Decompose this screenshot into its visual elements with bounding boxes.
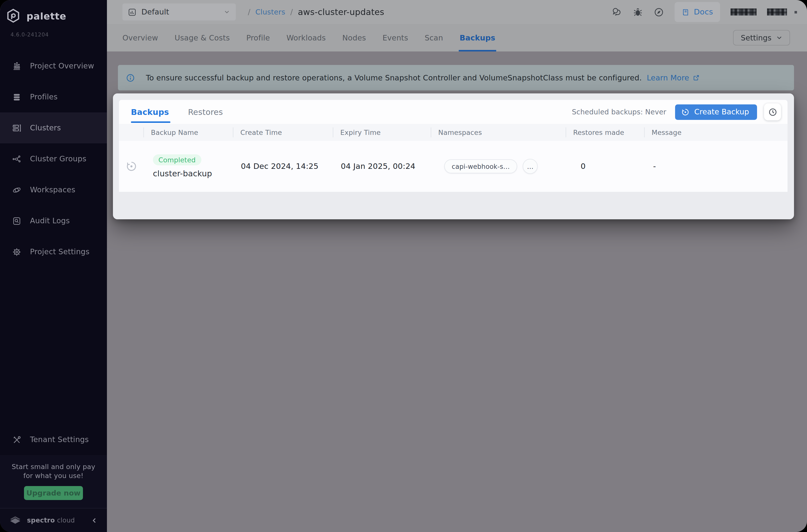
sidebar-item-cluster-groups[interactable]: Cluster Groups bbox=[0, 144, 107, 174]
breadcrumb-link-clusters[interactable]: Clusters bbox=[255, 8, 285, 16]
spectro-logo-icon bbox=[8, 514, 22, 527]
gear-icon bbox=[12, 247, 21, 256]
tab-overview[interactable]: Overview bbox=[123, 34, 158, 52]
promo-line2: for what you use! bbox=[7, 471, 100, 480]
user-menu[interactable] bbox=[731, 8, 797, 16]
brand-logo: palette bbox=[0, 0, 107, 23]
cluster-tab-bar: Overview Usage & Costs Profile Workloads… bbox=[107, 24, 807, 52]
footer-brand: spectro cloud bbox=[27, 516, 75, 524]
sidebar-item-tenant-settings[interactable]: Tenant Settings bbox=[0, 424, 107, 455]
message-cell: - bbox=[644, 162, 788, 171]
chevron-down-icon bbox=[776, 35, 783, 41]
sidebar-item-label: Cluster Groups bbox=[30, 154, 87, 163]
info-icon bbox=[126, 73, 135, 82]
create-time-cell: 04 Dec 2024, 14:25 bbox=[233, 162, 333, 171]
upgrade-promo: Start small and only pay for what you us… bbox=[0, 455, 107, 508]
chart-select-icon bbox=[128, 8, 136, 16]
tab-backups[interactable]: Backups bbox=[459, 34, 495, 52]
tab-events[interactable]: Events bbox=[382, 34, 408, 52]
sidebar-item-workspaces[interactable]: Workspaces bbox=[0, 174, 107, 205]
redacted-username bbox=[767, 8, 787, 16]
cluster-settings-button[interactable]: Settings bbox=[733, 30, 790, 45]
content-area: To ensure successful backup and restore … bbox=[107, 52, 807, 532]
tab-profile[interactable]: Profile bbox=[246, 34, 270, 52]
namespace-chip: capi-webhook-s… bbox=[444, 159, 517, 173]
chat-icon[interactable] bbox=[612, 7, 622, 17]
namespaces-more-chip[interactable]: … bbox=[523, 159, 538, 174]
clock-icon bbox=[768, 107, 777, 117]
column-header-empty bbox=[119, 124, 144, 141]
audit-icon bbox=[12, 216, 21, 226]
settings-label: Settings bbox=[741, 33, 771, 42]
bar-chart-icon bbox=[12, 61, 21, 71]
sidebar-item-project-settings[interactable]: Project Settings bbox=[0, 236, 107, 267]
backup-name-cell: Completed cluster-backup bbox=[144, 154, 233, 178]
learn-more-link[interactable]: Learn More bbox=[647, 73, 689, 82]
table-row[interactable]: Completed cluster-backup 04 Dec 2024, 14… bbox=[119, 141, 788, 192]
column-header-expiry-time: Expiry Time bbox=[333, 124, 431, 141]
tab-nodes[interactable]: Nodes bbox=[342, 34, 366, 52]
servers-icon bbox=[12, 123, 21, 133]
external-link-icon[interactable] bbox=[693, 74, 700, 81]
backups-panel: Backups Restores Scheduled backups: Neve… bbox=[119, 100, 788, 192]
schedule-backup-button[interactable] bbox=[764, 103, 781, 120]
sidebar-item-label: Project Overview bbox=[30, 61, 94, 71]
collapse-sidebar-icon[interactable] bbox=[91, 516, 98, 524]
sidebar-item-profiles[interactable]: Profiles bbox=[0, 81, 107, 112]
sidebar-item-audit-logs[interactable]: Audit Logs bbox=[0, 205, 107, 236]
footer-brand-light: cloud bbox=[57, 516, 75, 524]
backup-name: cluster-backup bbox=[153, 169, 212, 178]
namespaces-cell: capi-webhook-s… … bbox=[431, 159, 566, 174]
sidebar-bottom: Tenant Settings Start small and only pay… bbox=[0, 424, 107, 532]
create-backup-button[interactable]: Create Backup bbox=[675, 104, 757, 120]
history-icon bbox=[681, 108, 690, 116]
breadcrumb-separator: / bbox=[290, 7, 293, 17]
sidebar-item-project-overview[interactable]: Project Overview bbox=[0, 51, 107, 81]
tab-restores-inner[interactable]: Restores bbox=[188, 100, 223, 124]
sidebar-item-label: Profiles bbox=[30, 92, 58, 101]
version-label: 4.6.0-241204 bbox=[0, 23, 107, 37]
sidebar: palette 4.6.0-241204 Project Overview Pr… bbox=[0, 0, 107, 532]
column-header-message: Message bbox=[644, 124, 788, 141]
bug-icon[interactable] bbox=[632, 7, 643, 17]
footer-brand-bold: spectro bbox=[27, 516, 55, 524]
breadcrumb-separator: / bbox=[248, 7, 250, 17]
backup-history-icon bbox=[119, 160, 144, 172]
sidebar-item-label: Clusters bbox=[30, 124, 61, 132]
compass-icon[interactable] bbox=[653, 7, 664, 17]
create-backup-label: Create Backup bbox=[694, 108, 749, 116]
expiry-time-cell: 04 Jan 2025, 00:24 bbox=[333, 162, 431, 171]
backups-card: Backups Restores Scheduled backups: Neve… bbox=[113, 93, 794, 219]
restores-made-cell: 0 bbox=[566, 162, 644, 171]
backups-table-header: Backup Name Create Time Expiry Time Name… bbox=[119, 124, 788, 141]
tab-usage-costs[interactable]: Usage & Costs bbox=[175, 34, 230, 52]
top-bar: Default / Clusters / aws-cluster-updates bbox=[107, 0, 807, 24]
chevron-down-icon bbox=[223, 8, 230, 16]
sidebar-item-label: Workspaces bbox=[30, 185, 75, 194]
breadcrumb: / Clusters / aws-cluster-updates bbox=[248, 7, 384, 17]
layers-icon bbox=[12, 92, 21, 102]
project-selector-value: Default bbox=[142, 7, 169, 17]
banner-message: To ensure successful backup and restore … bbox=[146, 73, 642, 82]
user-menu-caret bbox=[794, 11, 797, 13]
column-header-namespaces: Namespaces bbox=[431, 124, 566, 141]
sidebar-item-label: Tenant Settings bbox=[30, 435, 89, 444]
upgrade-now-button[interactable]: Upgrade now bbox=[24, 486, 83, 500]
backups-panel-header: Backups Restores Scheduled backups: Neve… bbox=[119, 100, 788, 124]
column-header-backup-name: Backup Name bbox=[144, 124, 233, 141]
palette-app-window: palette 4.6.0-241204 Project Overview Pr… bbox=[0, 0, 807, 532]
tab-scan[interactable]: Scan bbox=[425, 34, 443, 52]
sidebar-item-clusters[interactable]: Clusters bbox=[0, 112, 107, 144]
scheduled-backups-status: Scheduled backups: Never bbox=[572, 108, 667, 116]
docs-button[interactable]: Docs bbox=[674, 2, 720, 22]
tab-backups-inner[interactable]: Backups bbox=[131, 100, 169, 124]
project-selector[interactable]: Default bbox=[123, 3, 236, 20]
sidebar-nav: Project Overview Profiles Clusters bbox=[0, 51, 107, 267]
column-header-restores-made: Restores made bbox=[566, 124, 644, 141]
info-banner: To ensure successful backup and restore … bbox=[118, 65, 794, 90]
tab-workloads[interactable]: Workloads bbox=[286, 34, 326, 52]
history-icon bbox=[125, 160, 137, 172]
page-title: aws-cluster-updates bbox=[298, 7, 384, 17]
redacted-username bbox=[731, 8, 756, 16]
sidebar-item-label: Project Settings bbox=[30, 247, 90, 256]
